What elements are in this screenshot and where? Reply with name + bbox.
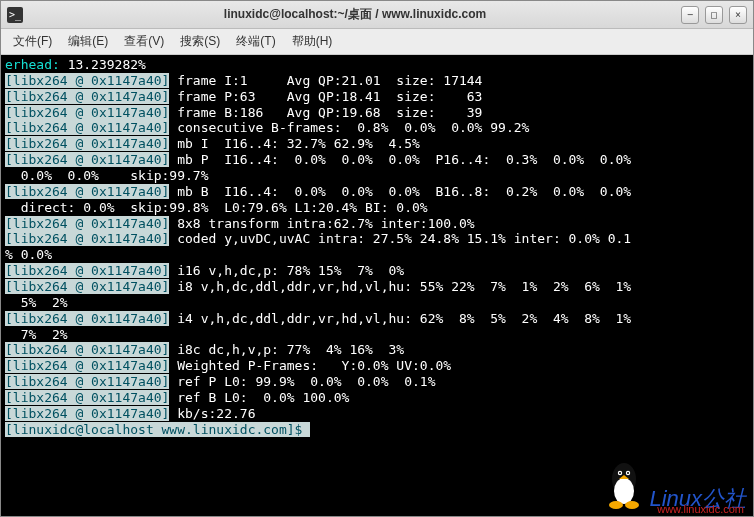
out-line: mb P I16..4: 0.0% 0.0% 0.0% P16..4: 0.3%… — [169, 152, 631, 167]
libx264-tag: [libx264 @ 0x1147a40] — [5, 120, 169, 135]
window-title: linuxidc@localhost:~/桌面 / www.linuxidc.c… — [29, 6, 681, 23]
out-line: mb B I16..4: 0.0% 0.0% 0.0% B16..8: 0.2%… — [169, 184, 631, 199]
libx264-tag: [libx264 @ 0x1147a40] — [5, 342, 169, 357]
menu-edit[interactable]: 编辑(E) — [60, 31, 116, 52]
app-icon: >_ — [7, 7, 23, 23]
menubar: 文件(F) 编辑(E) 查看(V) 搜索(S) 终端(T) 帮助(H) — [1, 29, 753, 55]
out-line: % 0.0% — [5, 247, 52, 262]
libx264-tag: [libx264 @ 0x1147a40] — [5, 216, 169, 231]
menu-search[interactable]: 搜索(S) — [172, 31, 228, 52]
out-line: ref P L0: 99.9% 0.0% 0.0% 0.1% — [169, 374, 435, 389]
out-line: frame I:1 Avg QP:21.01 size: 17144 — [169, 73, 482, 88]
out-line: 8x8 transform intra:62.7% inter:100.0% — [169, 216, 474, 231]
out-line: i4 v,h,dc,ddl,ddr,vr,hd,vl,hu: 62% 8% 5%… — [169, 311, 631, 326]
out-line: 0.0% 0.0% skip:99.7% — [5, 168, 209, 183]
shell-prompt: [linuxidc@localhost www.linuxidc.com]$ — [5, 422, 310, 437]
libx264-tag: [libx264 @ 0x1147a40] — [5, 374, 169, 389]
menu-terminal[interactable]: 终端(T) — [228, 31, 283, 52]
minimize-button[interactable]: − — [681, 6, 699, 24]
out-line: i8c dc,h,v,p: 77% 4% 16% 3% — [169, 342, 404, 357]
out-line: mb I I16..4: 32.7% 62.9% 4.5% — [169, 136, 419, 151]
out-line: ref B L0: 0.0% 100.0% — [169, 390, 349, 405]
menu-view[interactable]: 查看(V) — [116, 31, 172, 52]
terminal-output[interactable]: erhead: 13.239282% [libx264 @ 0x1147a40]… — [1, 55, 753, 516]
window-controls: − □ × — [681, 6, 747, 24]
out-line: i16 v,h,dc,p: 78% 15% 7% 0% — [169, 263, 404, 278]
out-line: kb/s:22.76 — [169, 406, 255, 421]
out-line: 7% 2% — [5, 327, 68, 342]
titlebar: >_ linuxidc@localhost:~/桌面 / www.linuxid… — [1, 1, 753, 29]
logo-url: www.linuxidc.com — [657, 503, 744, 515]
menu-file[interactable]: 文件(F) — [5, 31, 60, 52]
out-line: i8 v,h,dc,ddl,ddr,vr,hd,vl,hu: 55% 22% 7… — [169, 279, 631, 294]
libx264-tag: [libx264 @ 0x1147a40] — [5, 390, 169, 405]
close-button[interactable]: × — [729, 6, 747, 24]
maximize-button[interactable]: □ — [705, 6, 723, 24]
libx264-tag: [libx264 @ 0x1147a40] — [5, 311, 169, 326]
out-line: consecutive B-frames: 0.8% 0.0% 0.0% 99.… — [169, 120, 529, 135]
out-line: coded y,uvDC,uvAC intra: 27.5% 24.8% 15.… — [169, 231, 631, 246]
out-line: frame P:63 Avg QP:18.41 size: 63 — [169, 89, 482, 104]
libx264-tag: [libx264 @ 0x1147a40] — [5, 279, 169, 294]
libx264-tag: [libx264 @ 0x1147a40] — [5, 263, 169, 278]
terminal-window: >_ linuxidc@localhost:~/桌面 / www.linuxid… — [0, 0, 754, 517]
libx264-tag: [libx264 @ 0x1147a40] — [5, 152, 169, 167]
libx264-tag: [libx264 @ 0x1147a40] — [5, 136, 169, 151]
out-line: 5% 2% — [5, 295, 68, 310]
libx264-tag: [libx264 @ 0x1147a40] — [5, 406, 169, 421]
libx264-tag: [libx264 @ 0x1147a40] — [5, 105, 169, 120]
out-line: erhead: — [5, 57, 68, 72]
out-line: direct: 0.0% skip:99.8% L0:79.6% L1:20.4… — [5, 200, 428, 215]
libx264-tag: [libx264 @ 0x1147a40] — [5, 184, 169, 199]
libx264-tag: [libx264 @ 0x1147a40] — [5, 89, 169, 104]
out-line: frame B:186 Avg QP:19.68 size: 39 — [169, 105, 482, 120]
libx264-tag: [libx264 @ 0x1147a40] — [5, 231, 169, 246]
out-line: Weighted P-Frames: Y:0.0% UV:0.0% — [169, 358, 451, 373]
menu-help[interactable]: 帮助(H) — [284, 31, 341, 52]
libx264-tag: [libx264 @ 0x1147a40] — [5, 73, 169, 88]
libx264-tag: [libx264 @ 0x1147a40] — [5, 358, 169, 373]
out-line: 13.239282% — [68, 57, 146, 72]
